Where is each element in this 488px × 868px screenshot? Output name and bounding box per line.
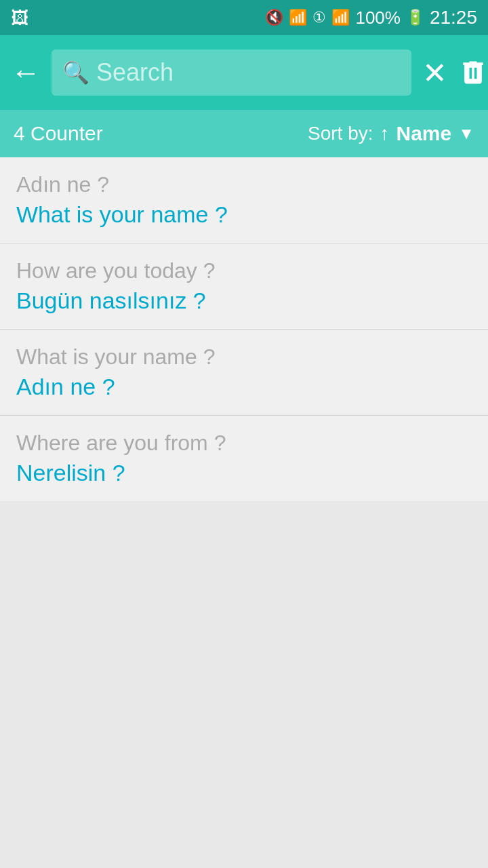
time-label: 21:25: [430, 7, 477, 28]
wifi-icon: 📶: [289, 9, 307, 26]
sort-arrow-icon: ↑: [380, 123, 390, 144]
search-input[interactable]: [96, 58, 401, 87]
list-item[interactable]: Where are you from ? Nerelisin ?: [0, 416, 488, 501]
item-primary-0: Adın ne ?: [16, 172, 472, 197]
gallery-icon: 🖼: [11, 7, 28, 28]
clear-button[interactable]: ✕: [422, 56, 447, 90]
back-button[interactable]: ←: [11, 56, 41, 90]
item-secondary-2: Adın ne ?: [16, 374, 472, 400]
sort-value-label: Name: [396, 122, 452, 145]
sort-control[interactable]: Sort by: ↑ Name ▼: [308, 122, 474, 145]
battery-label: 100%: [355, 7, 401, 28]
sim-icon: ①: [312, 9, 326, 26]
search-icon: 🔍: [62, 60, 89, 85]
item-primary-3: Where are you from ?: [16, 431, 472, 456]
signal-icon: 📶: [331, 9, 350, 26]
list-item[interactable]: How are you today ? Bugün nasılsınız ?: [0, 243, 488, 330]
item-primary-2: What is your name ?: [16, 344, 472, 370]
counter-label: 4 Counter: [14, 122, 103, 145]
item-secondary-3: Nerelisin ?: [16, 460, 472, 486]
search-container: 🔍: [52, 50, 411, 96]
mute-icon: 🔇: [265, 9, 283, 26]
phrase-list: Adın ne ? What is your name ? How are yo…: [0, 157, 488, 501]
delete-button[interactable]: [458, 58, 488, 87]
item-secondary-1: Bugün nasılsınız ?: [16, 288, 472, 314]
list-item[interactable]: Adın ne ? What is your name ?: [0, 157, 488, 243]
status-bar-left: 🖼: [11, 7, 28, 28]
app-bar: ← 🔍 ✕: [0, 35, 488, 110]
battery-icon: 🔋: [406, 9, 424, 26]
sort-bar: 4 Counter Sort by: ↑ Name ▼: [0, 110, 488, 157]
list-item[interactable]: What is your name ? Adın ne ?: [0, 330, 488, 416]
item-secondary-0: What is your name ?: [16, 201, 472, 228]
sort-dropdown-icon: ▼: [458, 124, 474, 143]
item-primary-1: How are you today ?: [16, 258, 472, 283]
status-bar-right: 🔇 📶 ① 📶 100% 🔋 21:25: [265, 7, 477, 28]
sort-by-label: Sort by:: [308, 123, 373, 144]
status-bar: 🖼 🔇 📶 ① 📶 100% 🔋 21:25: [0, 0, 488, 35]
